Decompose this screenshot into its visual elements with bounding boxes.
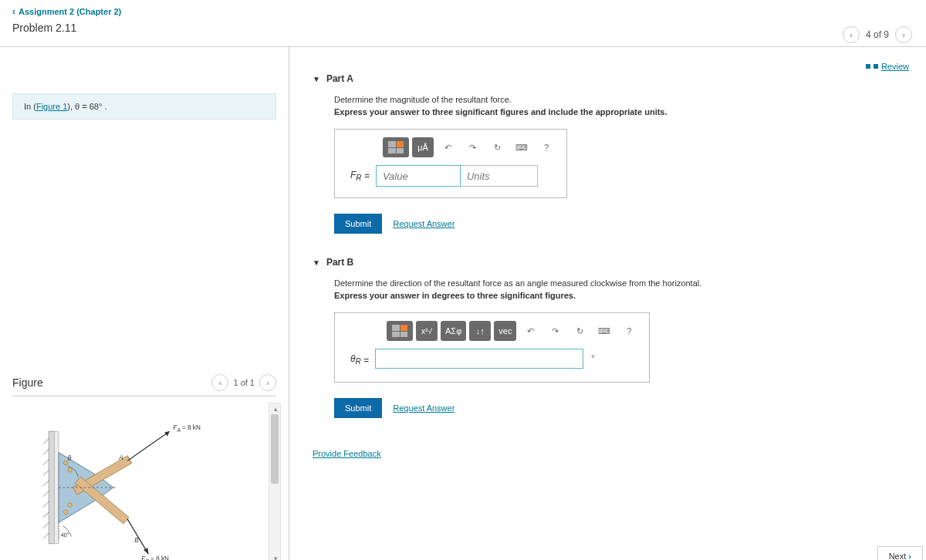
figure-prev-button[interactable]: ‹ <box>211 374 228 391</box>
reset-button[interactable]: ↻ <box>569 321 590 341</box>
part-b-var-label: θR = <box>344 349 375 370</box>
scroll-thumb[interactable] <box>271 414 279 484</box>
part-a-units-input[interactable] <box>461 165 538 187</box>
page-nav: ‹ 4 of 9 › <box>843 26 912 43</box>
next-problem-button[interactable]: › <box>895 26 912 43</box>
degree-symbol: ° <box>583 349 603 370</box>
breadcrumb[interactable]: ‹ Assignment 2 (Chapter 2) <box>12 6 914 17</box>
part-a-instruction: Express your answer to three significant… <box>334 107 911 116</box>
svg-text:40°: 40° <box>61 531 69 538</box>
svg-line-3 <box>43 449 49 454</box>
part-a-answer-box: μÅ ↶ ↷ ↻ ⌨ ? FR = <box>334 129 567 198</box>
svg-rect-0 <box>49 431 54 543</box>
collapse-icon: ▼ <box>313 258 320 267</box>
prev-problem-button[interactable]: ‹ <box>843 26 860 43</box>
svg-text:θ: θ <box>68 455 72 462</box>
undo-button[interactable]: ↶ <box>519 321 541 341</box>
keyboard-button[interactable]: ⌨ <box>593 321 615 341</box>
figure-diagram: θ A FA = 8 kN 40° B FB = 6 kN <box>20 410 221 560</box>
units-button[interactable]: μÅ <box>412 137 434 157</box>
scroll-down-icon[interactable]: ▾ <box>269 553 282 560</box>
part-b-instruction: Express your answer in degrees to three … <box>334 291 911 300</box>
problem-title: Problem 2.11 <box>12 22 914 34</box>
figure-next-button[interactable]: › <box>259 374 276 391</box>
next-label: Next <box>889 552 907 560</box>
arrows-button[interactable]: ↓↑ <box>469 321 491 341</box>
svg-text:A: A <box>118 454 123 461</box>
svg-line-7 <box>43 491 49 497</box>
part-b-answer-box: x²√ ΑΣφ ↓↑ vec ↶ ↷ ↻ ⌨ ? θR = ° <box>334 312 650 382</box>
svg-line-20 <box>127 431 170 460</box>
problem-info: In (Figure 1), θ = 68° . <box>12 93 276 120</box>
provide-feedback-link[interactable]: Provide Feedback <box>313 449 381 458</box>
redo-button[interactable]: ↷ <box>544 321 566 341</box>
svg-point-14 <box>68 468 72 472</box>
figure-body: θ A FA = 8 kN 40° B FB = 6 kN ▴ ▾ <box>12 403 276 560</box>
part-a-var-label: FR = <box>344 165 376 187</box>
vec-button[interactable]: vec <box>494 321 516 341</box>
svg-line-2 <box>43 438 49 444</box>
svg-line-9 <box>43 512 49 518</box>
svg-marker-23 <box>144 548 148 554</box>
part-a-submit-button[interactable]: Submit <box>334 214 382 234</box>
chevron-left-icon: ‹ <box>12 6 15 17</box>
sqrt-button[interactable]: x²√ <box>416 321 438 341</box>
page-position: 4 of 9 <box>866 29 889 40</box>
part-b-submit-button[interactable]: Submit <box>334 398 382 418</box>
part-b-request-answer-link[interactable]: Request Answer <box>393 403 455 413</box>
scroll-up-icon[interactable]: ▴ <box>269 403 282 414</box>
part-a-prompt: Determine the magnitude of the resultant… <box>334 95 911 104</box>
part-a-header[interactable]: ▼ Part A <box>313 73 911 84</box>
part-b-value-input[interactable] <box>375 349 583 369</box>
svg-line-10 <box>43 522 49 528</box>
svg-line-5 <box>43 470 49 475</box>
undo-button[interactable]: ↶ <box>437 137 458 157</box>
info-suffix: ), θ = 68° . <box>67 102 106 111</box>
reset-button[interactable]: ↻ <box>486 137 508 157</box>
figure-scrollbar[interactable]: ▴ ▾ <box>269 403 281 560</box>
figure-link[interactable]: Figure 1 <box>36 102 67 111</box>
figure-title: Figure <box>12 376 43 389</box>
chevron-right-icon: › <box>908 552 911 560</box>
part-b-prompt: Determine the direction of the resultant… <box>334 278 911 288</box>
greek-button[interactable]: ΑΣφ <box>441 321 466 341</box>
svg-text:= 6 kN: = 6 kN <box>150 555 169 560</box>
part-b-title: Part B <box>326 257 353 268</box>
next-button[interactable]: Next › <box>877 546 923 560</box>
breadcrumb-label: Assignment 2 (Chapter 2) <box>19 7 121 16</box>
figure-nav: ‹ 1 of 1 › <box>211 374 276 391</box>
template-picker-button[interactable] <box>387 321 413 341</box>
svg-text:= 8 kN: = 8 kN <box>182 424 201 431</box>
redo-button[interactable]: ↷ <box>461 137 483 157</box>
collapse-icon: ▼ <box>313 75 320 83</box>
template-picker-button[interactable] <box>383 137 409 157</box>
part-b-header[interactable]: ▼ Part B <box>313 257 911 268</box>
svg-text:A: A <box>177 427 181 433</box>
figure-nav-label: 1 of 1 <box>233 378 255 387</box>
svg-rect-1 <box>55 431 59 543</box>
svg-line-6 <box>43 481 49 486</box>
part-a-value-input[interactable] <box>376 165 461 187</box>
help-button[interactable]: ? <box>618 321 640 341</box>
info-prefix: In ( <box>24 102 36 111</box>
part-a-title: Part A <box>326 73 353 84</box>
svg-text:B: B <box>134 537 139 544</box>
svg-line-8 <box>43 501 49 507</box>
help-button[interactable]: ? <box>536 137 557 157</box>
part-a-request-answer-link[interactable]: Request Answer <box>393 219 455 228</box>
svg-point-16 <box>68 503 72 507</box>
svg-line-4 <box>43 460 49 465</box>
svg-point-15 <box>63 510 67 514</box>
keyboard-button[interactable]: ⌨ <box>511 137 532 157</box>
svg-line-11 <box>43 533 49 538</box>
